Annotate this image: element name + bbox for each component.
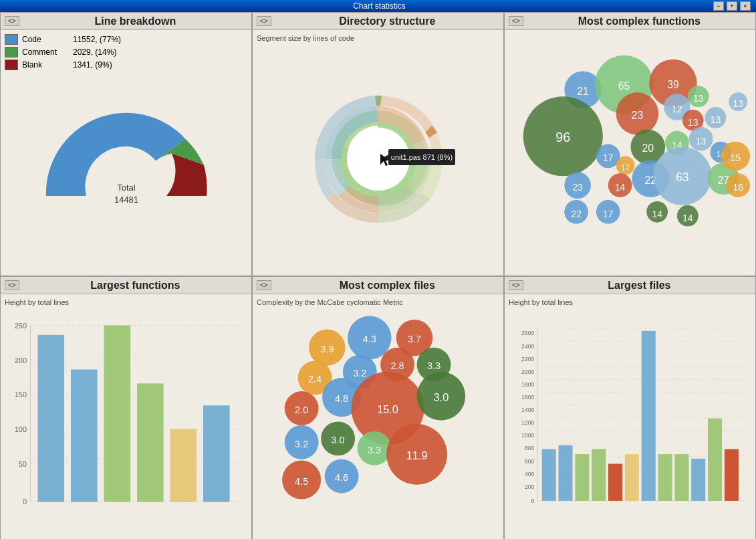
toggle-complex-files[interactable]: <> (257, 280, 271, 290)
svg-text:63: 63 (676, 171, 689, 184)
panel-header-largest-functions: <> Largest functions (1, 277, 251, 294)
svg-text:0: 0 (531, 498, 534, 504)
bar-3 (104, 326, 131, 502)
file-bar-4 (592, 449, 606, 501)
svg-text:2.0: 2.0 (295, 405, 308, 415)
donut-total-value: 14481 (114, 195, 138, 205)
legend-color-blank (5, 60, 18, 70)
svg-text:2.8: 2.8 (390, 360, 404, 371)
svg-text:1400: 1400 (521, 407, 534, 413)
close-button[interactable]: × (740, 1, 751, 11)
svg-text:2000: 2000 (521, 368, 534, 375)
svg-text:11.9: 11.9 (406, 449, 428, 461)
svg-text:3.0: 3.0 (434, 391, 449, 403)
svg-text:13: 13 (693, 93, 704, 104)
toggle-line-breakdown[interactable]: <> (5, 16, 19, 26)
maximize-button[interactable]: + (727, 1, 737, 11)
bar-2 (71, 370, 98, 502)
content-largest-files: Height by total lines (505, 294, 755, 539)
main-grid: <> Line breakdown Code 11552, (77%) Comm… (0, 12, 756, 539)
svg-text:2.4: 2.4 (308, 374, 322, 385)
svg-text:13: 13 (696, 136, 707, 146)
svg-text:4.3: 4.3 (363, 334, 376, 344)
donut-chart-container: Total 14481 (5, 76, 247, 216)
file-bar-1 (542, 449, 556, 501)
svg-text:14: 14 (615, 182, 626, 193)
panel-most-complex-functions: <> Most complex functions 21 65 39 96 23 (504, 12, 756, 276)
svg-text:15: 15 (730, 152, 741, 163)
window-controls[interactable]: − + × (713, 1, 751, 11)
svg-text:1800: 1800 (521, 381, 534, 388)
svg-text:20: 20 (642, 143, 654, 154)
svg-text:14: 14 (682, 213, 693, 223)
bubble-chart-complex-files: 3.9 4.3 3.7 2.4 3.2 2.8 3.3 (257, 308, 499, 534)
sunburst-chart: unit1.pas 871 (8%) (271, 45, 485, 266)
content-largest-functions: Height by total lines 0 50 100 150 200 2… (1, 294, 251, 539)
panel-header-complex-functions: <> Most complex functions (505, 13, 755, 30)
panel-largest-files: <> Largest files Height by total lines (504, 276, 756, 539)
svg-text:22: 22 (571, 209, 582, 219)
svg-text:4.5: 4.5 (295, 476, 308, 487)
svg-text:4.6: 4.6 (335, 472, 348, 483)
bubble-chart-complex-functions: 21 65 39 96 23 12 13 (507, 33, 753, 273)
panel-largest-functions: <> Largest functions Height by total lin… (0, 276, 252, 539)
svg-text:15.0: 15.0 (377, 403, 398, 415)
legend-label-code: Code (22, 35, 69, 44)
donut-total-label: Total (117, 183, 136, 193)
bar-chart-largest-functions: 0 50 100 150 200 250 (5, 308, 247, 534)
title-complex-functions: Most complex functions (527, 15, 751, 27)
toggle-complex-functions[interactable]: <> (509, 16, 523, 26)
largest-functions-subtitle: Height by total lines (5, 298, 247, 306)
panel-header-line-breakdown: <> Line breakdown (1, 13, 251, 30)
svg-text:17: 17 (621, 163, 630, 173)
svg-text:96: 96 (555, 130, 570, 144)
svg-text:21: 21 (577, 86, 589, 97)
title-largest-functions: Largest functions (23, 280, 247, 292)
svg-text:2400: 2400 (521, 343, 534, 350)
panel-header-directory: <> Directory structure (253, 13, 503, 30)
content-line-breakdown: Code 11552, (77%) Comment 2029, (14%) Bl… (1, 30, 251, 276)
svg-text:400: 400 (525, 471, 535, 477)
svg-text:800: 800 (525, 445, 535, 451)
bar-chart-largest-files: 0 200 400 600 800 1000 1200 1400 1600 18… (509, 308, 751, 534)
bar-5 (170, 429, 197, 502)
svg-text:17: 17 (603, 209, 614, 219)
bar-1 (38, 335, 65, 502)
svg-text:200: 200 (525, 483, 535, 490)
svg-text:4.8: 4.8 (335, 393, 348, 404)
toggle-largest-functions[interactable]: <> (5, 280, 19, 290)
title-largest-files: Largest files (527, 280, 751, 292)
sunburst-container: unit1.pas 871 (8%) (257, 43, 499, 267)
svg-text:2600: 2600 (521, 330, 534, 336)
bar-6 (203, 405, 230, 502)
minimize-button[interactable]: − (713, 1, 724, 11)
legend-color-code (5, 34, 18, 45)
file-bar-11 (708, 419, 722, 501)
legend-table: Code 11552, (77%) Comment 2029, (14%) Bl… (5, 34, 247, 70)
file-bar-7 (642, 331, 656, 501)
title-directory: Directory structure (275, 15, 499, 27)
svg-text:1200: 1200 (521, 419, 534, 426)
largest-files-subtitle: Height by total lines (509, 298, 751, 306)
svg-text:39: 39 (667, 79, 679, 90)
svg-text:23: 23 (632, 110, 644, 121)
svg-text:0: 0 (23, 498, 27, 506)
svg-text:3.2: 3.2 (353, 368, 366, 379)
panel-directory-structure: <> Directory structure Segment size by l… (252, 12, 504, 276)
toggle-directory[interactable]: <> (257, 16, 271, 26)
file-bar-10 (691, 459, 705, 501)
svg-text:3.3: 3.3 (368, 445, 381, 455)
svg-text:12: 12 (672, 104, 682, 114)
legend-value-comment: 2029, (14%) (73, 47, 116, 57)
svg-text:13: 13 (688, 117, 699, 128)
svg-text:16: 16 (733, 182, 743, 193)
file-bar-6 (625, 454, 639, 501)
file-bar-5 (608, 464, 622, 501)
svg-text:17: 17 (603, 152, 614, 163)
toggle-largest-files[interactable]: <> (509, 280, 523, 290)
title-bar: Chart statistics − + × (0, 0, 756, 12)
panel-header-complex-files: <> Most complex files (253, 277, 503, 294)
svg-text:2200: 2200 (521, 356, 534, 362)
svg-text:3.2: 3.2 (295, 439, 308, 449)
svg-text:3.7: 3.7 (408, 334, 421, 344)
